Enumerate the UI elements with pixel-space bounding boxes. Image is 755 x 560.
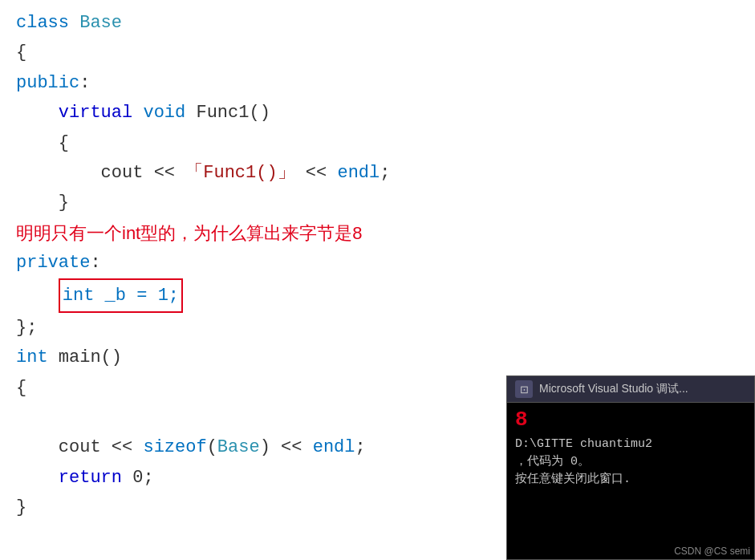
code-line-2: {: [0, 38, 755, 67]
keyword-private: private: [16, 248, 90, 278]
watermark: CSDN @CS semi: [674, 546, 750, 557]
code-line-10: int _b = 1;: [0, 278, 755, 313]
keyword-int: int: [16, 343, 48, 372]
main-signature: main(): [48, 343, 122, 372]
code-line-4: virtual void Func1(): [0, 98, 755, 128]
keyword-virtual: virtual: [59, 98, 132, 128]
comment-text: 明明只有一个int型的，为什么算出来字节是8: [16, 218, 362, 248]
terminal-line2: ，代码为 0。: [515, 453, 746, 469]
code-line-8: 明明只有一个int型的，为什么算出来字节是8: [0, 218, 755, 248]
terminal-window: ⊡ Microsoft Visual Studio 调试... 8 D:\GIT…: [506, 375, 755, 560]
keyword-void: void: [143, 98, 185, 128]
code-line-5: {: [0, 128, 755, 158]
terminal-title: Microsoft Visual Studio 调试...: [539, 382, 688, 396]
terminal-output-number: 8: [515, 408, 746, 432]
keyword-public: public: [16, 68, 79, 98]
code-line-9: private:: [0, 248, 755, 278]
sizeof-arg: Base: [217, 432, 260, 462]
brace-main-open: {: [16, 373, 26, 403]
terminal-titlebar: ⊡ Microsoft Visual Studio 调试...: [507, 376, 754, 403]
endl-keyword2: endl: [313, 432, 355, 462]
keyword-return: return: [59, 463, 122, 493]
code-line-1: class Base: [0, 8, 755, 38]
func-signature: Func1(): [185, 98, 270, 128]
class-name: Base: [79, 8, 122, 38]
terminal-icon-symbol: ⊡: [520, 383, 529, 396]
keyword-class: class: [16, 8, 79, 38]
terminal-icon: ⊡: [515, 380, 533, 398]
endl-keyword: endl: [337, 158, 380, 188]
code-editor: class Base { public: virtual void Func1(…: [0, 0, 755, 560]
code-line-6: cout << 「Func1()」 << endl;: [0, 158, 755, 188]
code-line-3: public:: [0, 68, 755, 98]
string-literal: 「Func1()」: [185, 158, 294, 188]
sizeof-keyword: sizeof: [143, 432, 206, 462]
terminal-line1: D:\GITTE chuantimu2: [515, 437, 746, 451]
terminal-line3: 按任意键关闭此窗口.: [515, 471, 746, 486]
code-line-12: int main(): [0, 343, 755, 372]
terminal-body: 8 D:\GITTE chuantimu2 ，代码为 0。 按任意键关闭此窗口.: [507, 403, 754, 559]
highlighted-declaration: int _b = 1;: [59, 278, 183, 313]
brace-open: {: [16, 38, 26, 67]
code-line-7: }: [0, 188, 755, 217]
code-line-11: };: [0, 313, 755, 343]
brace-main-close: }: [16, 493, 26, 522]
